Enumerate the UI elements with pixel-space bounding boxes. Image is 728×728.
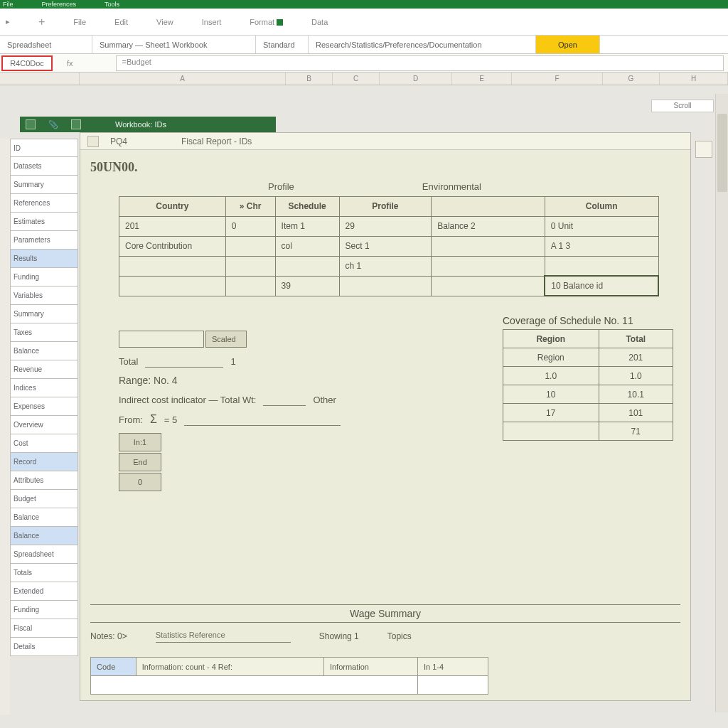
sidebar-item-extended[interactable]: Extended [10, 582, 78, 601]
sidebar-item-attributes[interactable]: Attributes [10, 471, 78, 490]
sidebar-item-totals[interactable]: Totals [10, 564, 78, 582]
stack-box[interactable]: End [119, 453, 161, 471]
coverage-table[interactable]: Region Total Region2011.01.01010.1171017… [503, 329, 673, 441]
sidebar-item-funding[interactable]: Funding [10, 268, 78, 287]
sidebar-item-estimates[interactable]: Estimates [10, 213, 78, 231]
formula-bar[interactable]: =Budget [116, 55, 724, 71]
coverage-cell[interactable]: 1.0 [599, 367, 673, 385]
sheet-nav-prev[interactable]: ▸ [1, 16, 14, 28]
sidebar-item-overview[interactable]: Overview [10, 416, 78, 434]
sidebar-item-results[interactable]: Results [10, 250, 78, 268]
main-table-cell[interactable] [225, 236, 275, 256]
footer-table[interactable]: Code Information: count - 4 Ref: Informa… [90, 657, 488, 695]
total-input[interactable] [145, 355, 223, 368]
main-table-cell[interactable] [432, 276, 545, 296]
sidebar-item-fiscal[interactable]: Fiscal [10, 619, 78, 638]
sidebar-item-record[interactable]: Record [10, 453, 78, 471]
coverage-cell[interactable]: 201 [599, 348, 673, 367]
ribbon-view[interactable]: View [152, 16, 178, 28]
coverage-cell[interactable]: 17 [503, 404, 599, 422]
stack-box[interactable]: 0 [119, 473, 161, 491]
main-table-cell[interactable]: A 1 3 [545, 236, 658, 256]
scrollbar-thumb[interactable] [717, 114, 727, 192]
from-input[interactable] [184, 413, 341, 426]
coverage-cell[interactable]: 71 [599, 422, 673, 441]
sidebar-item-id[interactable]: ID [10, 139, 78, 157]
main-table-cell[interactable]: 201 [119, 216, 226, 236]
pair-input-left[interactable] [119, 331, 204, 348]
ribbon-edit[interactable]: Edit [110, 16, 132, 28]
main-table-cell[interactable]: 0 [225, 216, 275, 236]
sidebar-item-references[interactable]: References [10, 194, 78, 213]
sidebar-item-parameters[interactable]: Parameters [10, 231, 78, 250]
sidebar-item-variables[interactable]: Variables [10, 287, 78, 305]
footer-notes-input[interactable]: Statistics Reference [156, 630, 291, 643]
main-table-cell[interactable] [545, 256, 658, 276]
main-table-cell[interactable]: ch 1 [339, 256, 432, 276]
sidebar-item-expenses[interactable]: Expenses [10, 397, 78, 416]
tab-research[interactable]: Research/Statistics/Preferences/Document… [309, 36, 536, 53]
tab-standard[interactable]: Standard [256, 36, 309, 53]
menu-tools[interactable]: Tools [105, 1, 119, 8]
sidebar-item-taxes[interactable]: Taxes [10, 323, 78, 342]
sidebar-item-cost[interactable]: Cost [10, 434, 78, 453]
foot-empty-2[interactable] [417, 676, 488, 695]
sidebar-item-balance[interactable]: Balance [10, 527, 78, 545]
main-table-cell[interactable] [119, 256, 226, 276]
pair-input-right[interactable]: Scaled [205, 331, 247, 348]
column-headers[interactable]: A B C D E F G H [0, 73, 728, 85]
sidebar-item-revenue[interactable]: Revenue [10, 360, 78, 379]
main-table-cell[interactable]: col [275, 236, 339, 256]
ribbon-file[interactable]: File [69, 16, 90, 28]
coverage-cell[interactable]: 1.0 [503, 367, 599, 385]
main-table-cell[interactable] [275, 256, 339, 276]
main-table-cell[interactable]: 39 [275, 276, 339, 296]
main-table-cell[interactable] [119, 276, 226, 296]
main-table-cell[interactable] [432, 256, 545, 276]
main-table-cell[interactable]: 10 Balance id [545, 276, 658, 296]
name-box[interactable]: R4C0Doc [1, 55, 53, 71]
sidebar-item-balance[interactable]: Balance [10, 508, 78, 527]
main-table-cell[interactable]: Item 1 [275, 216, 339, 236]
vertical-scrollbar[interactable] [715, 94, 728, 712]
foot-empty[interactable] [91, 676, 418, 695]
row-gutter[interactable] [0, 139, 10, 714]
sidebar-item-budget[interactable]: Budget [10, 490, 78, 508]
sidebar-item-funding[interactable]: Funding [10, 601, 78, 619]
add-sheet-button[interactable]: + [34, 14, 49, 30]
ribbon-insert[interactable]: Insert [198, 16, 226, 28]
sidebar-item-spreadsheet[interactable]: Spreadsheet [10, 545, 78, 564]
main-table-cell[interactable]: 0 Unit [545, 216, 658, 236]
sidebar-item-datasets[interactable]: Datasets [10, 157, 78, 176]
menu-prefs[interactable]: Preferences [42, 1, 77, 8]
sidebar-item-details[interactable]: Details [10, 638, 78, 656]
main-table-cell[interactable] [339, 276, 432, 296]
coverage-cell[interactable]: 10 [503, 385, 599, 404]
coverage-cell[interactable]: 101 [599, 404, 673, 422]
tab-open[interactable]: Open [536, 36, 600, 53]
main-table-cell[interactable] [432, 236, 545, 256]
coverage-cell[interactable]: 10.1 [599, 385, 673, 404]
tab-summary[interactable]: Summary — Sheet1 Workbook [92, 36, 256, 53]
sidebar-item-summary[interactable]: Summary [10, 176, 78, 194]
stack-box[interactable]: In:1 [119, 433, 161, 451]
main-table-cell[interactable] [225, 276, 275, 296]
sidebar-item-summary[interactable]: Summary [10, 305, 78, 323]
foot-code: Code [91, 658, 136, 676]
tab-spreadsheet[interactable]: Spreadsheet [0, 36, 92, 53]
side-panel-toggle[interactable] [695, 141, 712, 158]
menu-file[interactable]: File [3, 1, 14, 8]
coverage-cell[interactable] [503, 422, 599, 441]
main-table[interactable]: Country» ChrScheduleProfileColumn 2010It… [119, 196, 659, 297]
sidebar-item-indices[interactable]: Indices [10, 379, 78, 397]
main-table-cell[interactable] [225, 256, 275, 276]
main-table-cell[interactable]: Core Contribution [119, 236, 226, 256]
indirect-input[interactable] [263, 393, 306, 406]
ribbon-format[interactable]: Format [245, 16, 287, 28]
main-table-cell[interactable]: Sect 1 [339, 236, 432, 256]
coverage-cell[interactable]: Region [503, 348, 599, 367]
ribbon-data[interactable]: Data [307, 16, 332, 28]
main-table-cell[interactable]: Balance 2 [432, 216, 545, 236]
main-table-cell[interactable]: 29 [339, 216, 432, 236]
sidebar-item-balance[interactable]: Balance [10, 342, 78, 360]
